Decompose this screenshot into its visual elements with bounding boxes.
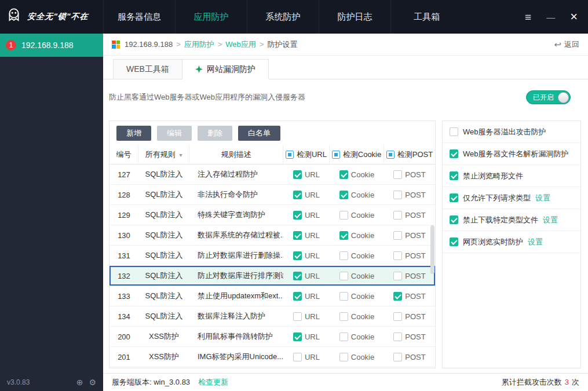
- gear-icon[interactable]: ⚙: [89, 378, 96, 387]
- rule-row-132[interactable]: 132 SQL防注入 防止对数据库进行排序测试 URL Cookie POST: [109, 266, 435, 286]
- cookie-checkbox[interactable]: [339, 231, 348, 240]
- post-checkbox[interactable]: [393, 231, 402, 240]
- rule-row-128[interactable]: 128 SQL防注入 非法执行命令防护 URL Cookie POST: [109, 185, 435, 205]
- rule-type: SQL防注入: [138, 225, 189, 245]
- url-checkbox-label: URL: [305, 272, 320, 280]
- rule-post-cell: POST: [384, 266, 435, 286]
- url-checkbox[interactable]: [293, 312, 302, 321]
- protection-option[interactable]: 网页浏览实时防护 设置: [443, 231, 580, 253]
- protection-option[interactable]: 禁止下载特定类型文件 设置: [443, 209, 580, 231]
- url-checkbox[interactable]: [293, 272, 302, 280]
- rule-cookie-cell: Cookie: [330, 347, 384, 367]
- tab-网站漏洞防护[interactable]: 网站漏洞防护: [182, 59, 269, 79]
- topnav-item-防护日志[interactable]: 防护日志: [319, 0, 390, 34]
- cookie-checkbox[interactable]: [339, 211, 348, 220]
- option-checkbox[interactable]: [450, 215, 458, 224]
- url-checkbox[interactable]: [293, 211, 302, 220]
- rule-description: 特殊关键字查询防护: [189, 205, 283, 225]
- rule-cookie-cell: Cookie: [330, 327, 384, 346]
- option-checkbox[interactable]: [450, 127, 458, 136]
- check-update-link[interactable]: 检查更新: [198, 377, 228, 388]
- minimize-icon[interactable]: —: [546, 13, 555, 21]
- close-icon[interactable]: ×: [570, 10, 578, 23]
- header-rule-filter-dropdown[interactable]: 所有规则▾: [138, 145, 189, 164]
- select-all-url-checkbox[interactable]: [286, 151, 294, 159]
- post-checkbox[interactable]: [393, 191, 402, 199]
- rule-row-129[interactable]: 129 SQL防注入 特殊关键字查询防护 URL Cookie POST: [109, 205, 435, 225]
- rule-url-cell: URL: [283, 327, 330, 346]
- option-checkbox[interactable]: [450, 149, 458, 158]
- rule-row-133[interactable]: 133 SQL防注入 禁止使用updatexm和ext... URL Cooki…: [109, 286, 435, 306]
- rule-row-201[interactable]: 201 XSS防护 IMG标签内采用Unicode... URL Cookie …: [109, 347, 435, 367]
- option-checkbox[interactable]: [450, 237, 458, 246]
- option-checkbox[interactable]: [450, 193, 458, 202]
- post-checkbox-label: POST: [405, 170, 425, 179]
- protection-option[interactable]: Web服务器溢出攻击防护: [443, 121, 580, 143]
- option-checkbox[interactable]: [450, 171, 458, 180]
- topnav-item-服务器信息[interactable]: 服务器信息: [103, 0, 175, 34]
- rule-row-127[interactable]: 127 SQL防注入 注入存储过程防护 URL Cookie POST: [109, 165, 435, 185]
- topnav-item-工具箱[interactable]: 工具箱: [390, 0, 462, 34]
- url-checkbox[interactable]: [293, 292, 302, 301]
- tab-WEB工具箱[interactable]: WEB工具箱: [113, 59, 182, 79]
- post-checkbox[interactable]: [393, 211, 402, 220]
- url-checkbox[interactable]: [293, 170, 302, 179]
- add-circle-icon[interactable]: ⊕: [76, 378, 83, 387]
- header-post-label: 检测POST: [397, 149, 433, 160]
- protection-toggle[interactable]: 已开启: [526, 90, 571, 104]
- rule-row-134[interactable]: 134 SQL防注入 数据库注释注入防护 URL Cookie POST: [109, 306, 435, 327]
- cookie-checkbox[interactable]: [339, 353, 348, 361]
- url-checkbox[interactable]: [293, 231, 302, 240]
- back-label: 返回: [564, 39, 579, 50]
- option-settings-link[interactable]: 设置: [543, 215, 558, 225]
- edit-rule-button[interactable]: 编辑: [157, 126, 192, 141]
- menu-icon[interactable]: ≡: [525, 12, 531, 23]
- whitelist-button[interactable]: 白名单: [238, 126, 280, 141]
- post-checkbox[interactable]: [393, 251, 402, 260]
- tab-bar: WEB工具箱 网站漏洞防护: [103, 56, 588, 79]
- top-navigation: 服务器信息 应用防护 系统防护 防护日志 工具箱: [103, 0, 462, 34]
- select-all-cookie-checkbox[interactable]: [332, 151, 340, 159]
- topbar: 安全无"锁"不在 服务器信息 应用防护 系统防护 防护日志 工具箱 ≡ — ×: [0, 0, 588, 34]
- app-logo: 安全无"锁"不在: [0, 0, 103, 34]
- post-checkbox[interactable]: [393, 353, 402, 361]
- delete-rule-button[interactable]: 删除: [198, 126, 232, 141]
- back-button[interactable]: ↩ 返回: [554, 39, 579, 50]
- post-checkbox[interactable]: [393, 332, 402, 341]
- breadcrumb-item[interactable]: 应用防护: [184, 39, 214, 50]
- url-checkbox[interactable]: [293, 332, 302, 341]
- cookie-checkbox[interactable]: [339, 251, 348, 260]
- add-rule-button[interactable]: 新增: [116, 126, 151, 141]
- rule-row-200[interactable]: 200 XSS防护 利用鼠标事件跳转防护 URL Cookie POST: [109, 327, 435, 347]
- cookie-checkbox-label: Cookie: [351, 211, 374, 220]
- cookie-checkbox[interactable]: [339, 332, 348, 341]
- url-checkbox-label: URL: [305, 251, 320, 260]
- post-checkbox-label: POST: [405, 312, 425, 321]
- post-checkbox[interactable]: [393, 170, 402, 179]
- post-checkbox[interactable]: [393, 312, 402, 321]
- rule-row-130[interactable]: 130 SQL防注入 数据库系统的存储过程被... URL Cookie POS…: [109, 225, 435, 246]
- option-settings-link[interactable]: 设置: [528, 237, 543, 247]
- cookie-checkbox[interactable]: [339, 170, 348, 179]
- rule-row-131[interactable]: 131 SQL防注入 防止对数据库进行删除操... URL Cookie POS…: [109, 246, 435, 266]
- table-scrollbar-thumb[interactable]: [430, 225, 434, 274]
- protection-option[interactable]: Web服务器文件名解析漏洞防护: [443, 143, 580, 165]
- protection-option[interactable]: 禁止浏览畸形文件: [443, 165, 580, 187]
- option-settings-link[interactable]: 设置: [535, 193, 550, 203]
- url-checkbox[interactable]: [293, 251, 302, 260]
- select-all-post-checkbox[interactable]: [386, 151, 395, 159]
- topnav-item-系统防护[interactable]: 系统防护: [247, 0, 319, 34]
- topnav-item-应用防护[interactable]: 应用防护: [175, 0, 247, 34]
- post-checkbox[interactable]: [393, 272, 402, 280]
- cookie-checkbox[interactable]: [339, 292, 348, 301]
- url-checkbox[interactable]: [293, 353, 302, 361]
- post-checkbox[interactable]: [393, 292, 402, 301]
- url-checkbox[interactable]: [293, 191, 302, 199]
- cookie-checkbox[interactable]: [339, 312, 348, 321]
- sidebar-item-server[interactable]: 1 192.168.9.188: [0, 34, 103, 57]
- cookie-checkbox[interactable]: [339, 191, 348, 199]
- cookie-checkbox[interactable]: [339, 272, 348, 280]
- protection-option[interactable]: 仅允许下列请求类型 设置: [443, 187, 580, 209]
- breadcrumb-item[interactable]: Web应用: [225, 39, 256, 50]
- rule-url-cell: URL: [283, 266, 330, 286]
